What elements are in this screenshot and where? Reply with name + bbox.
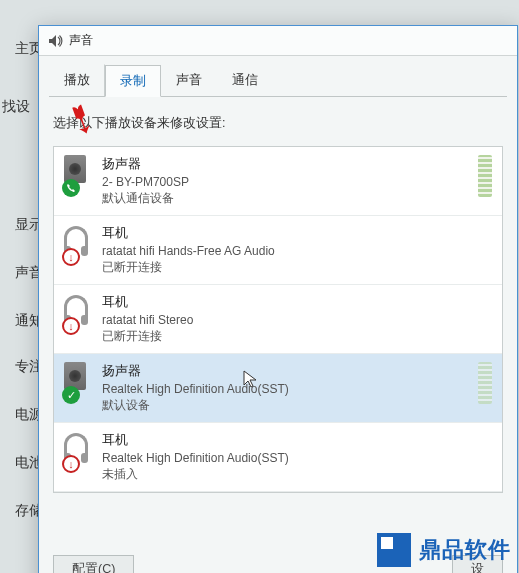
phone-badge-icon [62, 179, 80, 197]
device-row[interactable]: ↓ 耳机 ratatat hifi Stereo 已断开连接 [54, 285, 502, 354]
device-row[interactable]: ✓ 扬声器 Realtek High Definition Audio(SST)… [54, 354, 502, 423]
unplugged-badge-icon: ↓ [62, 455, 80, 473]
device-status: 默认设备 [102, 397, 470, 414]
device-sub: Realtek High Definition Audio(SST) [102, 451, 492, 465]
configure-button[interactable]: 配置(C) [53, 555, 134, 573]
tab-sounds[interactable]: 声音 [161, 64, 217, 96]
device-sub: ratatat hifi Stereo [102, 313, 492, 327]
device-list: 扬声器 2- BY-PM700SP 默认通信设备 ↓ 耳机 ratatat hi… [53, 146, 503, 493]
tab-bar: 播放 录制 声音 通信 [39, 56, 517, 96]
level-meter [478, 362, 492, 404]
dialog-title: 声音 [69, 32, 93, 49]
tab-playback[interactable]: 播放 [49, 64, 105, 96]
device-status: 已断开连接 [102, 259, 492, 276]
prompt-text: 选择以下播放设备来修改设置: [53, 115, 503, 132]
device-row[interactable]: ↓ 耳机 Realtek High Definition Audio(SST) … [54, 423, 502, 492]
level-meter [478, 155, 492, 197]
speaker-icon: ✓ [64, 362, 92, 402]
cursor-icon [243, 370, 259, 390]
bg-search: 找设 [2, 98, 30, 116]
headphone-icon: ↓ [64, 293, 92, 333]
device-status: 未插入 [102, 466, 492, 483]
watermark: 鼎品软件 [377, 533, 511, 567]
device-status: 已断开连接 [102, 328, 492, 345]
headphone-icon: ↓ [64, 431, 92, 471]
check-badge-icon: ✓ [62, 386, 80, 404]
watermark-logo-icon [377, 533, 411, 567]
device-sub: 2- BY-PM700SP [102, 175, 470, 189]
tab-recording[interactable]: 录制 [105, 65, 161, 97]
device-name: 耳机 [102, 293, 492, 311]
device-row[interactable]: 扬声器 2- BY-PM700SP 默认通信设备 [54, 147, 502, 216]
disconnected-badge-icon: ↓ [62, 317, 80, 335]
device-name: 耳机 [102, 431, 492, 449]
titlebar[interactable]: 声音 [39, 26, 517, 56]
speaker-icon [64, 155, 92, 195]
device-sub: ratatat hifi Hands-Free AG Audio [102, 244, 492, 258]
device-row[interactable]: ↓ 耳机 ratatat hifi Hands-Free AG Audio 已断… [54, 216, 502, 285]
sound-dialog: 声音 播放 录制 声音 通信 选择以下播放设备来修改设置: 扬声器 2- BY-… [38, 25, 518, 573]
device-name: 扬声器 [102, 362, 470, 380]
tab-communications[interactable]: 通信 [217, 64, 273, 96]
disconnected-badge-icon: ↓ [62, 248, 80, 266]
sound-icon [47, 33, 63, 49]
device-name: 耳机 [102, 224, 492, 242]
device-name: 扬声器 [102, 155, 470, 173]
device-status: 默认通信设备 [102, 190, 470, 207]
device-sub: Realtek High Definition Audio(SST) [102, 382, 470, 396]
watermark-text: 鼎品软件 [419, 535, 511, 565]
headphone-icon: ↓ [64, 224, 92, 264]
